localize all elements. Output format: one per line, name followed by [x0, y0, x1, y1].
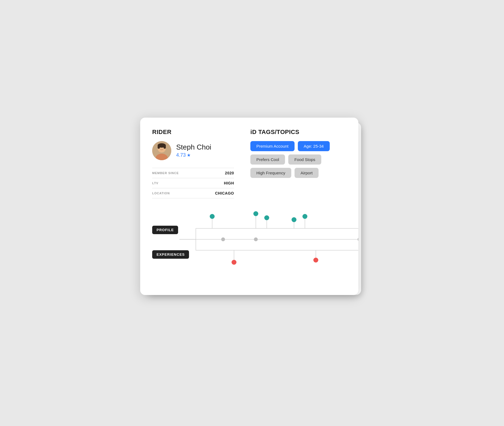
- tags-row: Premium AccountAge: 25-34: [250, 141, 346, 151]
- stat-label: MEMBER SINCE: [152, 171, 179, 175]
- stat-label: LTV: [152, 181, 158, 185]
- rating-value: 4.73: [176, 152, 186, 158]
- rider-name-block: Steph Choi 4.73 ★: [176, 143, 211, 158]
- svg-rect-5: [164, 145, 166, 149]
- tag: Airport: [295, 168, 319, 178]
- tag: Premium Account: [250, 141, 295, 151]
- card-top: RIDER: [152, 129, 346, 198]
- tag: Age: 25-34: [298, 141, 330, 151]
- rider-title: RIDER: [152, 129, 234, 136]
- svg-point-17: [221, 237, 225, 241]
- stat-row: LOCATION CHICAGO: [152, 188, 234, 198]
- svg-point-12: [264, 215, 269, 220]
- svg-point-18: [254, 237, 258, 241]
- svg-point-8: [210, 214, 215, 219]
- svg-point-19: [358, 237, 358, 241]
- profile-label: PROFILE: [152, 226, 178, 234]
- stat-row: LTV HIGH: [152, 178, 234, 188]
- tag: Prefers Cool: [250, 154, 285, 165]
- avatar: [152, 141, 171, 160]
- tags-title: iD TAGS/TOPICS: [250, 129, 346, 136]
- svg-point-16: [302, 214, 307, 219]
- stat-label: LOCATION: [152, 192, 170, 195]
- rider-stats: MEMBER SINCE 2020 LTV HIGH LOCATION CHIC…: [152, 168, 234, 198]
- stat-value: HIGH: [224, 181, 234, 185]
- rider-profile: Steph Choi 4.73 ★: [152, 141, 234, 160]
- chart-section: PROFILE EXPERIENCES: [152, 209, 346, 269]
- tags-row: High FrequencyAirport: [250, 168, 346, 178]
- star-icon: ★: [187, 153, 191, 158]
- rider-name: Steph Choi: [176, 143, 211, 151]
- svg-point-10: [253, 211, 258, 216]
- scene: RIDER: [140, 118, 364, 309]
- svg-rect-4: [158, 145, 160, 149]
- tags-section: iD TAGS/TOPICS Premium AccountAge: 25-34…: [250, 129, 346, 198]
- main-card: RIDER: [140, 118, 358, 295]
- avatar-image: [152, 141, 171, 160]
- timeline-chart: [179, 209, 358, 269]
- tags-row: Prefers CoolFood Stops: [250, 154, 346, 165]
- svg-point-23: [313, 258, 318, 263]
- stat-row: MEMBER SINCE 2020: [152, 168, 234, 178]
- stat-value: CHICAGO: [215, 191, 234, 195]
- tag: Food Stops: [288, 154, 321, 165]
- tag: High Frequency: [250, 168, 291, 178]
- rider-section: RIDER: [152, 129, 234, 198]
- tags-grid: Premium AccountAge: 25-34Prefers CoolFoo…: [250, 141, 346, 178]
- svg-point-21: [232, 260, 236, 265]
- rider-rating: 4.73 ★: [176, 152, 211, 158]
- stat-value: 2020: [225, 171, 234, 175]
- svg-point-14: [292, 217, 296, 222]
